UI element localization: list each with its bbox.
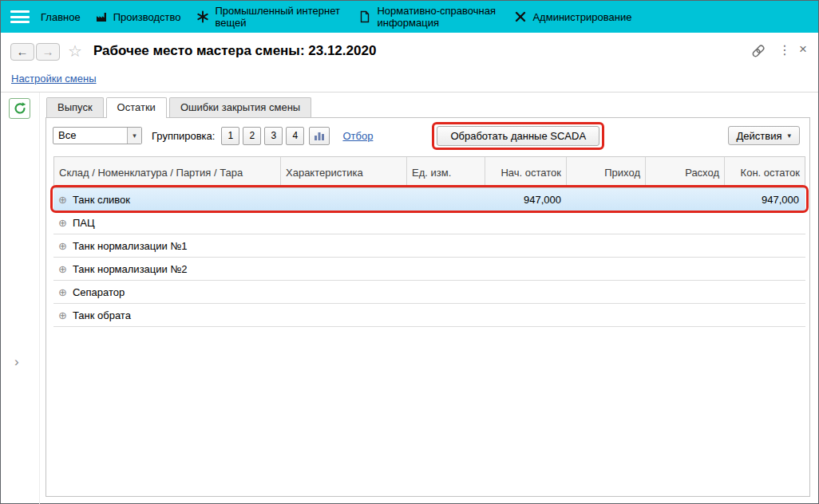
expand-node-icon[interactable]: ⊕ — [58, 218, 67, 228]
tab-strip: Выпуск Остатки Ошибки закрытия смены — [46, 97, 311, 118]
tab-oshibki-zakrytiya-smeny[interactable]: Ошибки закрытия смены — [169, 97, 311, 117]
start-balance-cell — [485, 281, 566, 303]
grouping-level-3-button[interactable]: 3 — [264, 127, 283, 145]
unit-cell — [406, 234, 485, 257]
actions-dropdown-icon: ▾ — [787, 132, 791, 140]
unit-cell — [406, 304, 485, 326]
hamburger-menu-icon[interactable] — [10, 10, 30, 23]
page-title: Рабочее место мастера смены: 23.12.2020 — [93, 43, 376, 59]
expense-cell — [645, 188, 724, 211]
refresh-button[interactable] — [9, 98, 30, 119]
expand-node-icon[interactable]: ⊕ — [58, 264, 67, 274]
characteristic-cell — [280, 188, 406, 211]
column-header-start-balance[interactable]: Нач. остаток — [485, 157, 567, 187]
combobox-dropdown-icon[interactable]: ▾ — [127, 128, 141, 144]
row-name-cell: ⊕ Танк обрата — [53, 304, 280, 326]
expand-node-icon[interactable]: ⊕ — [58, 195, 67, 205]
left-rail-divider — [39, 93, 40, 504]
end-balance-cell — [724, 211, 804, 234]
grouping-level-4-button[interactable]: 4 — [286, 127, 304, 145]
refresh-icon — [13, 101, 27, 116]
tab-vypusk[interactable]: Выпуск — [46, 97, 104, 117]
start-balance-cell — [485, 304, 566, 326]
forward-button[interactable]: → — [36, 43, 60, 61]
menu-item-administration[interactable]: Администрирование — [514, 10, 631, 23]
expand-node-icon[interactable]: ⊕ — [58, 287, 67, 297]
start-balance-cell — [485, 234, 566, 257]
income-cell — [566, 281, 645, 303]
menu-item-production[interactable]: Производство — [95, 10, 181, 23]
expand-node-icon[interactable]: ⊕ — [58, 310, 67, 321]
menu-item-iiot[interactable]: Промышленный интернет вещей — [196, 5, 344, 29]
column-header-end-balance[interactable]: Кон. остаток — [725, 157, 805, 187]
shift-settings-link[interactable]: Настройки смены — [11, 73, 97, 85]
table-row-pac[interactable]: ⊕ ПАЦ — [53, 211, 805, 234]
characteristic-cell — [280, 304, 406, 326]
table-row-tank-normalizacii-2[interactable]: ⊕ Танк нормализации №2 — [53, 258, 805, 281]
forward-icon: → — [42, 45, 54, 58]
end-balance-cell: 947,000 — [724, 188, 804, 211]
actions-menu-button[interactable]: Действия ▾ — [728, 126, 801, 145]
menu-item-label: Нормативно-справочная информация — [377, 5, 498, 29]
copy-link-icon[interactable] — [751, 44, 766, 58]
process-scada-data-button[interactable]: Обработать данные SCADA — [437, 126, 599, 146]
income-cell — [566, 188, 645, 211]
row-name-cell: ⊕ Сепаратор — [53, 281, 280, 303]
scada-highlight-annotation: Обработать данные SCADA — [432, 122, 604, 150]
row-name-cell: ⊕ Танк сливок — [53, 188, 280, 211]
chart-button[interactable] — [309, 127, 330, 145]
favorite-star-icon[interactable]: ☆ — [68, 41, 82, 61]
menu-item-label: Производство — [113, 11, 181, 23]
iot-asterisk-icon — [196, 10, 209, 23]
document-icon — [358, 10, 371, 23]
grouping-level-2-button[interactable]: 2 — [243, 127, 261, 145]
menu-item-label: Промышленный интернет вещей — [215, 5, 344, 29]
close-icon[interactable]: × — [799, 41, 807, 57]
actions-menu-label: Действия — [737, 130, 782, 142]
table-row-tank-normalizacii-1[interactable]: ⊕ Танк нормализации №1 — [53, 234, 805, 258]
unit-cell — [406, 188, 485, 211]
back-icon: ← — [17, 45, 29, 58]
column-header-unit[interactable]: Ед. изм. — [407, 157, 485, 187]
expand-node-icon[interactable]: ⊕ — [58, 241, 67, 251]
unit-cell — [406, 258, 485, 280]
tab-ostatki[interactable]: Остатки — [106, 97, 167, 118]
start-balance-cell — [485, 258, 566, 280]
column-header-warehouse[interactable]: Склад / Номенклатура / Партия / Тара — [54, 157, 281, 187]
expense-cell — [645, 234, 724, 257]
table-row-tank-obrata[interactable]: ⊕ Танк обрата — [53, 304, 805, 327]
expand-sidebar-chevron-icon[interactable]: › — [14, 354, 19, 370]
column-header-expense[interactable]: Расход — [646, 157, 725, 187]
otbor-filter-link[interactable]: Отбор — [342, 130, 373, 142]
filter-combobox-value: Все — [53, 128, 127, 144]
toolbar: Все ▾ Группировка: 1 2 3 4 Отбор Обработ — [46, 118, 809, 153]
menu-item-reference-info[interactable]: Нормативно-справочная информация — [358, 5, 498, 29]
content-panel: Все ▾ Группировка: 1 2 3 4 Отбор Обработ — [46, 117, 810, 497]
table-row-tank-slivok[interactable]: ⊕ Танк сливок 947,000 947,000 — [53, 188, 805, 211]
row-name: Танк нормализации №1 — [73, 240, 188, 252]
bar-chart-icon — [314, 130, 325, 141]
menu-item-main[interactable]: Главное — [41, 11, 81, 23]
expense-cell — [645, 304, 724, 326]
start-balance-cell: 947,000 — [485, 188, 566, 211]
menu-item-label: Администрирование — [532, 11, 631, 23]
grouping-label: Группировка: — [152, 130, 215, 142]
income-cell — [566, 304, 645, 326]
expense-cell — [645, 281, 724, 303]
table-header-row: Склад / Номенклатура / Партия / Тара Хар… — [53, 156, 805, 188]
column-header-income[interactable]: Приход — [567, 157, 646, 187]
filter-combobox[interactable]: Все ▾ — [53, 127, 142, 144]
grouping-level-1-button[interactable]: 1 — [221, 127, 239, 145]
separator-line — [1, 92, 818, 93]
start-balance-cell — [485, 211, 566, 234]
characteristic-cell — [280, 211, 406, 234]
end-balance-cell — [724, 258, 804, 280]
column-header-characteristic[interactable]: Характеристика — [281, 157, 407, 187]
back-button[interactable]: ← — [10, 43, 34, 61]
factory-icon — [95, 10, 108, 23]
more-options-icon[interactable]: ⋮ — [778, 42, 791, 57]
end-balance-cell — [724, 234, 804, 257]
end-balance-cell — [724, 304, 804, 326]
table-row-separator[interactable]: ⊕ Сепаратор — [53, 281, 805, 304]
app-window: Главное Производство Промышленный интерн… — [0, 0, 819, 504]
